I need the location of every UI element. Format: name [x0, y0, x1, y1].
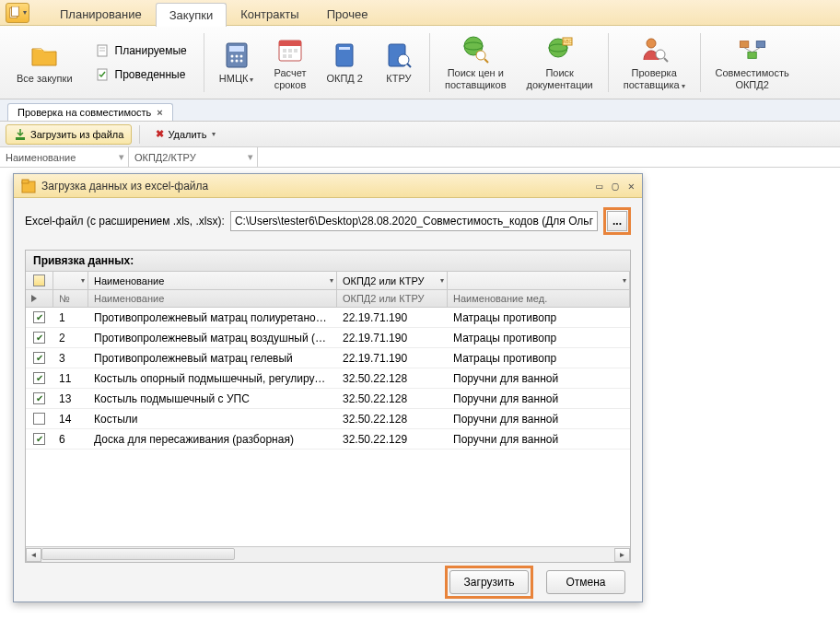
- chevron-down-icon: ▾: [212, 130, 216, 138]
- table-row[interactable]: 11Костыль опорный подмышечный, регулируе…: [26, 368, 630, 389]
- filter-okpd[interactable]: ОКПД2/КТРУ ▾: [129, 147, 258, 167]
- ktru-button[interactable]: КТРУ: [374, 38, 424, 87]
- funnel-icon: ▾: [119, 151, 124, 163]
- calc-terms-button[interactable]: Расчет сроков: [264, 32, 315, 92]
- row-checkbox[interactable]: [33, 413, 45, 425]
- cell-name: Костыли: [88, 413, 337, 426]
- tab-contracts[interactable]: Контракты: [227, 2, 313, 26]
- cell-med: Поручни для ванной: [448, 413, 630, 426]
- path-input[interactable]: [230, 211, 598, 231]
- svg-point-8: [230, 55, 233, 58]
- planned-button[interactable]: Планируемые: [89, 41, 192, 61]
- table-row[interactable]: 6Доска для пересаживания (разборная)32.5…: [26, 429, 630, 450]
- load-button[interactable]: Загрузить: [449, 570, 529, 594]
- globe-doc-icon: ABC: [544, 34, 576, 65]
- select-all-checkbox[interactable]: [33, 274, 45, 286]
- cell-name: Противопролежневый матрац полиуретановый: [88, 311, 337, 324]
- col-name-header: Наименование: [88, 290, 337, 307]
- close-icon[interactable]: ×: [157, 107, 162, 118]
- col-okpd-map[interactable]: ОКПД2 или КТРУ▾: [337, 272, 448, 289]
- nmck-button[interactable]: НМЦК▾: [210, 38, 263, 87]
- cell-med: Поручни для ванной: [448, 372, 630, 385]
- svg-point-12: [235, 60, 238, 63]
- svg-rect-16: [283, 49, 286, 53]
- svg-rect-22: [339, 47, 350, 50]
- cancel-button[interactable]: Отмена: [546, 570, 625, 594]
- calendar-icon: [274, 34, 306, 65]
- document-icon: [95, 43, 110, 58]
- find-docs-button[interactable]: ABC Поиск документации: [518, 32, 602, 92]
- row-checkbox[interactable]: [33, 332, 45, 344]
- all-purchases-button[interactable]: Все закупки: [7, 38, 82, 87]
- svg-rect-38: [756, 41, 764, 48]
- svg-rect-42: [16, 137, 25, 140]
- cell-okpd: 22.19.71.190: [337, 311, 448, 324]
- svg-text:ABC: ABC: [562, 39, 572, 44]
- filter-name[interactable]: Наименование ▾: [0, 147, 129, 167]
- cell-med: Матрацы противопр: [448, 352, 630, 365]
- svg-line-41: [752, 47, 761, 52]
- table-row[interactable]: 2Противопролежневый матрац воздушный (с …: [26, 328, 630, 348]
- load-excel-dialog: Загрузка данных из excel-файла ▭ ▢ ✕ Exc…: [13, 173, 643, 602]
- document-check-icon: [95, 67, 110, 82]
- col-num-header: №: [53, 290, 88, 307]
- table-row[interactable]: 3Противопролежневый матрац гелевый22.19.…: [26, 348, 630, 368]
- svg-point-28: [476, 51, 485, 60]
- find-prices-button[interactable]: Поиск цен и поставщиков: [436, 32, 516, 92]
- tab-planning[interactable]: Планирование: [46, 2, 156, 26]
- svg-point-13: [239, 60, 242, 63]
- document-icon: [8, 6, 21, 19]
- horizontal-scrollbar[interactable]: ◄ ►: [26, 546, 630, 562]
- table-row[interactable]: 1Противопролежневый матрац полиуретановы…: [26, 308, 630, 328]
- row-checkbox[interactable]: [33, 433, 45, 445]
- delete-button[interactable]: ✖ Удалить ▾: [147, 124, 224, 144]
- svg-rect-37: [740, 41, 748, 48]
- cell-name: Костыль подмышечный с УПС: [88, 392, 337, 405]
- scroll-right-button[interactable]: ►: [614, 548, 630, 562]
- svg-point-35: [656, 50, 665, 59]
- cell-okpd: 32.50.22.129: [337, 433, 448, 446]
- minimize-button[interactable]: ▭: [596, 180, 602, 193]
- svg-point-10: [239, 55, 242, 58]
- svg-rect-7: [229, 46, 244, 52]
- check-supplier-button[interactable]: Проверка поставщика▾: [614, 32, 694, 92]
- row-checkbox[interactable]: [33, 352, 45, 364]
- cell-name: Доска для пересаживания (разборная): [88, 433, 337, 446]
- book-icon: [329, 40, 360, 71]
- cell-num: 6: [53, 433, 88, 446]
- cell-num: 13: [53, 392, 88, 405]
- cell-okpd: 22.19.71.190: [337, 332, 448, 345]
- close-button[interactable]: ✕: [628, 180, 635, 193]
- cell-okpd: 32.50.22.128: [337, 413, 448, 426]
- col-name-map[interactable]: Наименование▾: [88, 272, 337, 289]
- compat-okpd2-button[interactable]: Совместимость ОКПД2: [706, 32, 799, 92]
- table-row[interactable]: 13Костыль подмышечный с УПС32.50.22.128П…: [26, 389, 630, 409]
- col-med-map[interactable]: ▾: [448, 272, 630, 289]
- doc-tab-compat[interactable]: Проверка на совместимость ×: [7, 103, 173, 121]
- cell-okpd: 32.50.22.128: [337, 372, 448, 385]
- col-num-map[interactable]: ▾: [53, 272, 88, 289]
- path-label: Excel-файл (c расширением .xls, .xlsx):: [25, 215, 225, 228]
- svg-rect-17: [288, 49, 292, 53]
- globe-search-icon: [460, 34, 491, 65]
- row-checkbox[interactable]: [33, 372, 45, 384]
- svg-rect-19: [283, 54, 286, 58]
- okpd2-button[interactable]: ОКПД 2: [317, 38, 372, 87]
- tab-purchases[interactable]: Закупки: [156, 3, 227, 27]
- svg-line-40: [743, 47, 752, 52]
- maximize-button[interactable]: ▢: [612, 180, 619, 193]
- load-from-file-button[interactable]: Загрузить из файла: [6, 124, 132, 145]
- col-med-header: Наименование мед.: [448, 290, 630, 307]
- tab-other[interactable]: Прочее: [313, 2, 382, 26]
- person-search-icon: [638, 34, 670, 65]
- scroll-thumb[interactable]: [41, 548, 235, 560]
- done-button[interactable]: Проведенные: [89, 64, 192, 85]
- quick-access-button[interactable]: ▾: [6, 3, 29, 23]
- select-all-cell[interactable]: [26, 272, 53, 289]
- browse-button[interactable]: ...: [607, 211, 627, 231]
- dialog-title: Загрузка данных из excel-файла: [41, 180, 208, 193]
- table-row[interactable]: 14Костыли32.50.22.128Поручни для ванной: [26, 409, 630, 429]
- scroll-left-button[interactable]: ◄: [26, 548, 41, 562]
- row-checkbox[interactable]: [33, 392, 45, 404]
- row-checkbox[interactable]: [33, 311, 45, 323]
